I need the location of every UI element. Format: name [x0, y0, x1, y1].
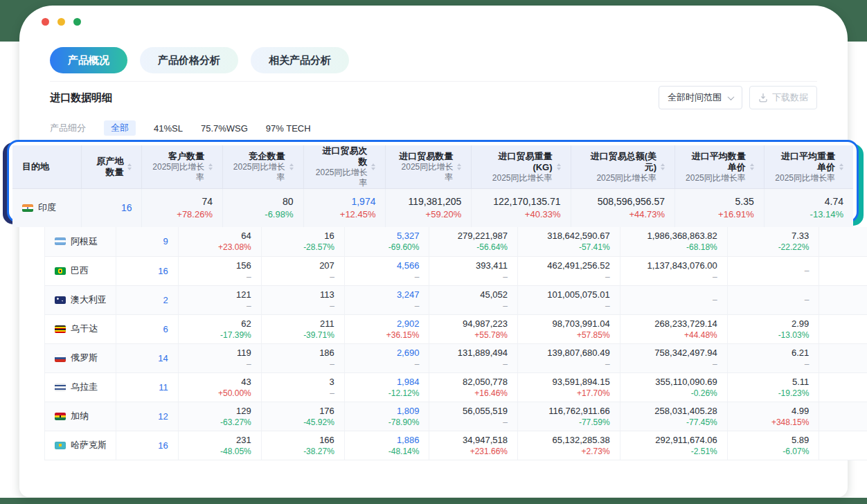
- sort-icon[interactable]: [208, 163, 213, 170]
- close-window-icon[interactable]: [42, 18, 49, 26]
- cell-avg-quantity-price: 2.99-13.03%: [727, 314, 819, 343]
- sort-icon[interactable]: [557, 163, 561, 170]
- flag-icon-gh: [55, 413, 66, 420]
- flag-icon-au: [55, 296, 66, 304]
- filter-option-41sl[interactable]: 41%SL: [154, 123, 183, 134]
- column-header-origin-count[interactable]: 原产地数量: [82, 145, 142, 189]
- table-row-加纳[interactable]: 加纳 12 129-63.27% 176-45.92% 1,809-78.90%…: [45, 402, 867, 431]
- cell-customer-count: 231-48.05%: [178, 431, 261, 460]
- cell-trade-count[interactable]: 3,247–: [344, 285, 429, 314]
- cell-avg-quantity-price: 6.21–: [727, 343, 819, 372]
- filter-option-97tech[interactable]: 97% TECH: [266, 123, 311, 134]
- cell-trade-count[interactable]: 2,902+36.15%: [344, 314, 429, 343]
- sort-icon[interactable]: [750, 163, 754, 170]
- tab-related-product-analysis[interactable]: 相关产品分析: [251, 47, 349, 73]
- cell-origin-count[interactable]: 9: [116, 227, 178, 256]
- cell-trade-weight-kg: 65,132,285.38+2.73%: [518, 431, 620, 460]
- flag-icon-br: [55, 267, 66, 275]
- cell-avg-quantity-price: 4.99+348.15%: [727, 402, 819, 431]
- cell-competitor-count: 186–: [261, 343, 344, 372]
- cell-origin-count[interactable]: 2: [116, 285, 178, 314]
- time-range-select[interactable]: 全部时间范围: [659, 86, 742, 109]
- sort-icon[interactable]: [661, 163, 665, 170]
- filter-option-757wsg[interactable]: 75.7%WSG: [201, 123, 248, 134]
- time-range-value: 全部时间范围: [668, 91, 722, 104]
- cell-trade-count[interactable]: 4,566–: [344, 256, 429, 285]
- cell-origin-count[interactable]: 11: [116, 372, 178, 402]
- country-name: 俄罗斯: [71, 352, 98, 364]
- cell-customer-count: 156–: [178, 256, 261, 285]
- flag-icon-in: [22, 204, 33, 212]
- cell-trade-count[interactable]: 2,690–: [344, 343, 429, 372]
- flag-icon-ar: [55, 237, 66, 245]
- cell-customer-count: 119–: [178, 343, 261, 372]
- page-title: 进口数据明细: [50, 91, 112, 105]
- sort-icon[interactable]: [457, 163, 461, 170]
- cell-trade-weight-kg: 93,591,894.15+17.70%: [518, 372, 620, 402]
- minimize-window-icon[interactable]: [57, 18, 65, 26]
- cell-destination: 印度: [12, 189, 82, 227]
- column-header-customer-count[interactable]: 客户数量2025同比增长率: [142, 145, 223, 189]
- cell-trade-amount-usd: –: [620, 285, 727, 314]
- column-header-trade-quantity[interactable]: 进口贸易数量2025同比增长率: [386, 145, 472, 189]
- cell-trade-quantity: 393,411–: [429, 256, 518, 285]
- sort-icon[interactable]: [127, 163, 132, 170]
- tab-product-overview[interactable]: 产品概况: [50, 47, 127, 73]
- table-row-哈萨克斯坦[interactable]: 哈萨克斯坦 16 231-48.05% 166-38.27% 1,886-48.…: [45, 431, 867, 460]
- download-data-button[interactable]: 下载数据: [749, 86, 817, 109]
- cell-customer-count: 121–: [178, 285, 261, 314]
- filter-option-all[interactable]: 全部: [104, 120, 136, 136]
- cell-destination: 哈萨克斯坦: [45, 431, 116, 460]
- cell-customer-count: 129-63.27%: [178, 402, 261, 431]
- cell-trade-count[interactable]: 5,327-69.60%: [344, 227, 429, 256]
- column-header-avg-quantity-price[interactable]: 进口平均数量单价2025同比增长率: [675, 145, 765, 189]
- sort-icon[interactable]: [839, 163, 843, 170]
- cell-avg-quantity-price: 7.33-22.22%: [727, 227, 819, 256]
- cell-origin-count[interactable]: 6: [116, 314, 178, 343]
- country-name: 阿根廷: [71, 235, 98, 248]
- column-header-trade-count[interactable]: 进口贸易次数2025同比增长率: [303, 145, 386, 189]
- cell-destination: 澳大利亚: [45, 285, 116, 314]
- cell-avg-weight-price: 5.52–: [819, 256, 867, 285]
- table-row-乌干达[interactable]: 乌干达 6 62-17.39% 211-39.71% 2,902+36.15% …: [45, 314, 867, 343]
- maximize-window-icon[interactable]: [73, 18, 81, 26]
- cell-trade-count[interactable]: 1,809-78.90%: [344, 402, 429, 431]
- flag-icon-ug: [55, 325, 66, 333]
- background-bottom-band: [0, 498, 867, 504]
- cell-trade-count[interactable]: 1,974+12.45%: [303, 189, 386, 227]
- cell-avg-quantity-price: 5.35+16.91%: [675, 189, 765, 227]
- tab-bar: 产品概况 产品价格分析 相关产品分析: [50, 6, 817, 73]
- cell-trade-weight-kg: 101,005,075.01–: [518, 285, 620, 314]
- cell-origin-count[interactable]: 16: [82, 189, 142, 227]
- column-header-avg-weight-price[interactable]: 进口平均重量单价2025同比增长率: [764, 145, 853, 189]
- download-label: 下载数据: [772, 91, 808, 104]
- table-row-乌拉圭[interactable]: 乌拉圭 11 43+50.00% 3– 1,984-12.12% 82,050,…: [45, 372, 867, 402]
- column-header-competitor-count[interactable]: 竞企数量2025同比增长率: [222, 145, 303, 189]
- cell-origin-count[interactable]: 12: [116, 402, 178, 431]
- cell-trade-count[interactable]: 1,984-12.12%: [344, 372, 429, 402]
- column-header-trade-amount-usd[interactable]: 进口贸易总额(美元)2025同比增长率: [571, 145, 675, 189]
- tab-product-price-analysis[interactable]: 产品价格分析: [140, 47, 238, 73]
- country-name: 加纳: [71, 410, 89, 422]
- cell-trade-amount-usd: 758,342,497.94–: [620, 343, 727, 372]
- table-row-巴西[interactable]: 巴西 16 156– 207– 4,566– 393,411– 462,491,…: [45, 256, 867, 285]
- table-row-俄罗斯[interactable]: 俄罗斯 14 119– 186– 2,690– 131,889,494– 139…: [45, 343, 867, 372]
- cell-competitor-count: 3–: [261, 372, 344, 402]
- sort-icon[interactable]: [289, 163, 294, 170]
- table-row-澳大利亚[interactable]: 澳大利亚 2 121– 113– 3,247– 45,052– 101,005,…: [45, 285, 867, 314]
- cell-avg-weight-price: 6.46–: [819, 343, 867, 372]
- table-row-印度[interactable]: 印度 16 74+78.26% 80-6.98% 1,974+12.45% 11…: [12, 189, 853, 227]
- screenshot-stage: 产品概况 产品价格分析 相关产品分析 进口数据明细 全部时间范围 下载数据: [0, 0, 867, 504]
- cell-origin-count[interactable]: 16: [116, 256, 178, 285]
- cell-origin-count[interactable]: 16: [116, 431, 178, 460]
- country-name: 印度: [38, 201, 56, 214]
- cell-customer-count: 62-17.39%: [178, 314, 261, 343]
- sort-icon[interactable]: [371, 163, 375, 170]
- table-row-阿根廷[interactable]: 阿根廷 9 64+23.08% 16-28.57% 5,327-69.60% 2…: [45, 227, 867, 256]
- cell-competitor-count: 207–: [261, 256, 344, 285]
- column-header-trade-weight-kg[interactable]: 进口贸易重量(KG)2025同比增长率: [472, 145, 571, 189]
- cell-origin-count[interactable]: 14: [116, 343, 178, 372]
- cell-trade-count[interactable]: 1,886-48.14%: [344, 431, 429, 460]
- cell-trade-amount-usd: 355,110,090.69-0.26%: [620, 372, 727, 402]
- cell-destination: 俄罗斯: [45, 343, 116, 372]
